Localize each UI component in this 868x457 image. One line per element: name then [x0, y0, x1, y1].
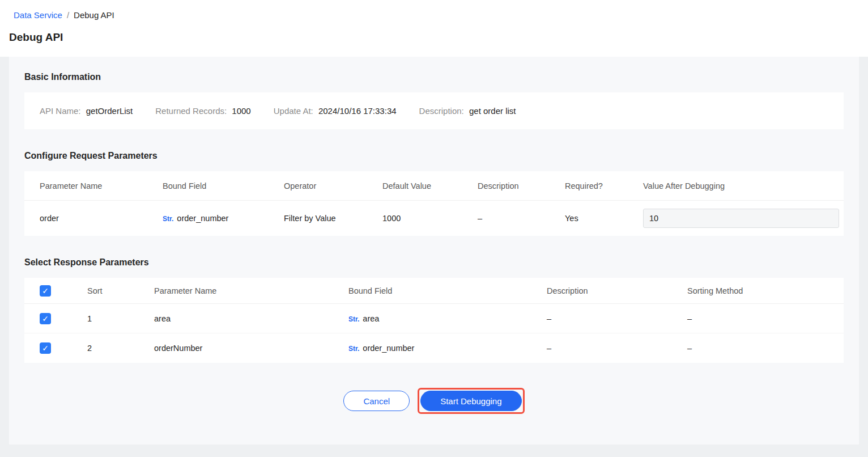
request-param-name: order [24, 214, 147, 223]
start-debugging-button[interactable]: Start Debugging [420, 391, 521, 411]
api-name-value: getOrderList [86, 106, 133, 116]
response-description: – [531, 314, 672, 323]
col-header-default-value: Default Value [367, 181, 462, 191]
api-name-field: API Name: getOrderList [40, 106, 133, 116]
request-params-header-row: Parameter Name Bound Field Operator Defa… [24, 171, 844, 201]
string-type-tag: Str. [163, 215, 173, 223]
debug-value-cell [628, 209, 844, 228]
breadcrumb-separator: / [67, 10, 69, 20]
col-header-parameter-name: Parameter Name [139, 286, 333, 295]
topbar: Data Service / Debug API Debug API [0, 0, 868, 57]
description-field: Description: get order list [419, 106, 516, 116]
request-params-heading: Configure Request Parameters [24, 151, 844, 161]
string-type-tag: Str. [348, 345, 359, 353]
returned-records-field: Returned Records: 1000 [155, 106, 250, 116]
description-value: get order list [469, 106, 516, 116]
page-title: Debug API [0, 20, 868, 44]
request-description: – [462, 214, 550, 223]
col-header-sorting-method: Sorting Method [672, 286, 844, 295]
bound-field-name: order_number [177, 214, 228, 223]
debug-api-panel: Basic Information API Name: getOrderList… [9, 57, 859, 445]
table-row: 2 orderNumber Str.order_number – – [24, 333, 844, 363]
request-default-value: 1000 [367, 214, 462, 223]
response-params-section: Select Response Parameters Sort Paramete… [24, 257, 844, 363]
response-sort: 2 [72, 344, 139, 353]
request-params-table: Parameter Name Bound Field Operator Defa… [24, 171, 844, 236]
response-params-header-row: Sort Parameter Name Bound Field Descript… [24, 278, 844, 304]
response-sorting-method: – [672, 344, 844, 353]
description-label: Description: [419, 106, 464, 116]
update-at-label: Update At: [274, 106, 313, 116]
breadcrumb: Data Service / Debug API [0, 9, 868, 20]
string-type-tag: Str. [348, 315, 359, 323]
bound-field-name: order_number [363, 344, 414, 353]
request-bound-field: Str.order_number [147, 214, 269, 223]
response-bound-field: Str.order_number [333, 344, 531, 353]
cancel-button[interactable]: Cancel [343, 391, 410, 411]
row-checkbox[interactable] [40, 313, 51, 324]
col-header-debug-value: Value After Debugging [628, 181, 844, 191]
request-operator: Filter by Value [269, 214, 367, 223]
row-checkbox-cell [24, 313, 72, 324]
request-required: Yes [550, 214, 628, 223]
col-header-operator: Operator [269, 181, 367, 191]
col-header-bound-field: Bound Field [147, 181, 269, 191]
response-sorting-method: – [672, 314, 844, 323]
row-checkbox-cell [24, 342, 72, 354]
table-row: order Str.order_number Filter by Value 1… [24, 201, 844, 236]
action-buttons: Cancel Start Debugging [24, 388, 844, 414]
select-all-cell [24, 285, 72, 297]
bound-field-name: area [363, 314, 379, 323]
basic-info-section: Basic Information API Name: getOrderList… [24, 72, 844, 129]
response-sort: 1 [72, 314, 139, 323]
row-checkbox[interactable] [40, 342, 51, 354]
update-at-value: 2024/10/16 17:33:34 [318, 106, 397, 116]
col-header-sort: Sort [72, 286, 139, 295]
returned-records-label: Returned Records: [155, 106, 227, 116]
debug-value-input[interactable] [643, 209, 839, 228]
response-param-name: orderNumber [139, 344, 333, 353]
select-all-checkbox[interactable] [40, 285, 51, 297]
breadcrumb-link-data-service[interactable]: Data Service [14, 10, 62, 20]
col-header-parameter-name: Parameter Name [24, 181, 147, 191]
response-params-heading: Select Response Parameters [24, 257, 844, 268]
api-name-label: API Name: [40, 106, 81, 116]
response-params-table: Sort Parameter Name Bound Field Descript… [24, 278, 844, 363]
col-header-description: Description [462, 181, 550, 191]
basic-info-row: API Name: getOrderList Returned Records:… [24, 92, 844, 129]
col-header-required: Required? [550, 181, 628, 191]
response-param-name: area [139, 314, 333, 323]
response-bound-field: Str.area [333, 314, 531, 323]
basic-info-heading: Basic Information [24, 72, 844, 82]
table-row: 1 area Str.area – – [24, 304, 844, 333]
annotation-highlight-box: Start Debugging [418, 388, 524, 414]
request-params-section: Configure Request Parameters Parameter N… [24, 151, 844, 236]
update-at-field: Update At: 2024/10/16 17:33:34 [274, 106, 397, 116]
col-header-bound-field: Bound Field [333, 286, 531, 295]
breadcrumb-current: Debug API [74, 10, 114, 20]
col-header-description: Description [531, 286, 672, 295]
returned-records-value: 1000 [232, 106, 250, 116]
response-description: – [531, 344, 672, 353]
